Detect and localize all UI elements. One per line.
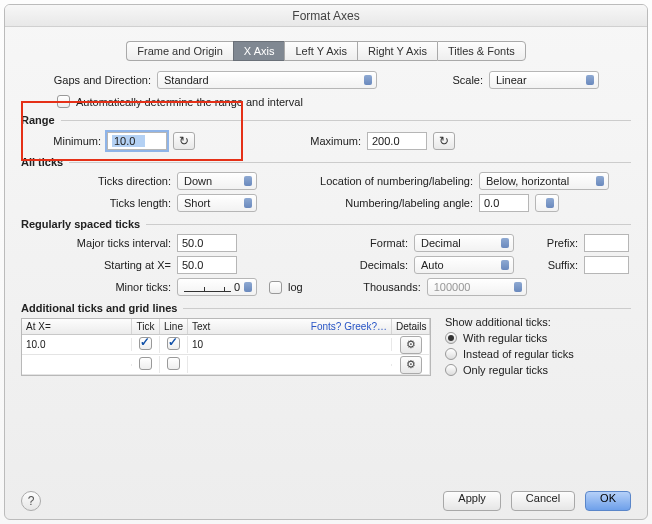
numbering-angle-label: Numbering/labeling angle:	[273, 197, 473, 209]
gaps-direction-select[interactable]: Standard	[157, 71, 377, 89]
tab-frame-origin[interactable]: Frame and Origin	[126, 41, 233, 61]
help-icon: ?	[28, 494, 35, 508]
auto-range-checkbox[interactable]	[57, 95, 70, 108]
minor-ticks-label: Minor ticks:	[21, 281, 171, 293]
range-header: Range	[21, 114, 631, 126]
format-select[interactable]: Decimal	[414, 234, 514, 252]
cell-text[interactable]	[188, 364, 392, 366]
row-details-button[interactable]	[400, 356, 422, 374]
col-header-text[interactable]: TextFonts? Greek?…	[188, 319, 392, 334]
col-header-tick[interactable]: Tick	[132, 319, 160, 334]
numbering-location-select[interactable]: Below, horizontal	[479, 172, 609, 190]
ticks-direction-label: Ticks direction:	[21, 175, 171, 187]
suffix-input[interactable]	[584, 256, 629, 274]
numbering-angle-stepper[interactable]	[535, 194, 559, 212]
col-header-line[interactable]: Line	[160, 319, 188, 334]
scale-select[interactable]: Linear	[489, 71, 599, 89]
auto-range-label: Automatically determine the range and in…	[76, 96, 303, 108]
numbering-location-label: Location of numbering/labeling:	[273, 175, 473, 187]
table-row[interactable]	[22, 355, 430, 375]
tab-titles-fonts[interactable]: Titles & Fonts	[437, 41, 526, 61]
row-details-button[interactable]	[400, 336, 422, 354]
major-ticks-interval-input[interactable]: 50.0	[177, 234, 237, 252]
radio-instead-regular[interactable]	[445, 348, 457, 360]
minor-ticks-select[interactable]: 0	[177, 278, 257, 296]
starting-at-x-label: Starting at X=	[21, 259, 171, 271]
maximum-label: Maximum:	[221, 135, 361, 147]
format-axes-dialog: Format Axes Frame and Origin X Axis Left…	[4, 4, 648, 520]
prefix-input[interactable]	[584, 234, 629, 252]
cell-tick-checkbox[interactable]	[139, 357, 152, 370]
decimals-select[interactable]: Auto	[414, 256, 514, 274]
tab-x-axis[interactable]: X Axis	[233, 41, 285, 61]
col-header-atx[interactable]: At X=	[22, 319, 132, 334]
starting-at-x-input[interactable]: 50.0	[177, 256, 237, 274]
cell-text[interactable]: 10	[188, 338, 392, 351]
gear-icon	[406, 358, 416, 371]
ticks-length-label: Ticks length:	[21, 197, 171, 209]
format-label: Format:	[253, 237, 408, 249]
tab-left-y-axis[interactable]: Left Y Axis	[284, 41, 357, 61]
show-additional-label: Show additional ticks:	[445, 316, 574, 328]
prefix-label: Prefix:	[528, 237, 578, 249]
tab-bar: Frame and Origin X Axis Left Y Axis Righ…	[21, 41, 631, 61]
cell-atx[interactable]: 10.0	[22, 338, 132, 351]
show-additional-group: Show additional ticks: With regular tick…	[445, 316, 574, 380]
reset-min-button[interactable]	[173, 132, 195, 150]
cell-tick-checkbox[interactable]	[139, 337, 152, 350]
suffix-label: Suffix:	[528, 259, 578, 271]
window-title: Format Axes	[5, 5, 647, 27]
log-checkbox[interactable]	[269, 281, 282, 294]
radio-only-regular[interactable]	[445, 364, 457, 376]
cell-atx[interactable]	[22, 364, 132, 366]
tab-right-y-axis[interactable]: Right Y Axis	[357, 41, 437, 61]
col-header-details[interactable]: Details	[392, 319, 430, 334]
maximum-input[interactable]: 200.0	[367, 132, 427, 150]
cell-line-checkbox[interactable]	[167, 357, 180, 370]
gaps-direction-label: Gaps and Direction:	[41, 74, 151, 86]
revert-icon	[179, 134, 189, 148]
thousands-label: Thousands:	[319, 281, 421, 293]
gear-icon	[406, 338, 416, 351]
ok-button[interactable]: OK	[585, 491, 631, 511]
table-row[interactable]: 10.0 10	[22, 335, 430, 355]
thousands-select[interactable]: 100000	[427, 278, 527, 296]
cancel-button[interactable]: Cancel	[511, 491, 575, 511]
regular-ticks-header: Regularly spaced ticks	[21, 218, 631, 230]
decimals-label: Decimals:	[253, 259, 408, 271]
minimum-input[interactable]: 10.0	[107, 132, 167, 150]
cell-line-checkbox[interactable]	[167, 337, 180, 350]
scale-label: Scale:	[403, 74, 483, 86]
minor-tick-preview-icon	[184, 282, 231, 292]
ticks-length-select[interactable]: Short	[177, 194, 257, 212]
all-ticks-header: All ticks	[21, 156, 631, 168]
numbering-angle-input[interactable]: 0.0	[479, 194, 529, 212]
major-ticks-interval-label: Major ticks interval:	[21, 237, 171, 249]
additional-ticks-table: At X= Tick Line TextFonts? Greek?… Detai…	[21, 318, 431, 376]
ticks-direction-select[interactable]: Down	[177, 172, 257, 190]
log-label: log	[288, 281, 303, 293]
apply-button[interactable]: Apply	[443, 491, 501, 511]
revert-icon	[439, 134, 449, 148]
minimum-label: Minimum:	[21, 135, 101, 147]
radio-with-regular[interactable]	[445, 332, 457, 344]
additional-ticks-header: Additional ticks and grid lines	[21, 302, 631, 314]
fonts-greek-link[interactable]: Fonts? Greek?…	[311, 321, 387, 332]
reset-max-button[interactable]	[433, 132, 455, 150]
help-button[interactable]: ?	[21, 491, 41, 511]
